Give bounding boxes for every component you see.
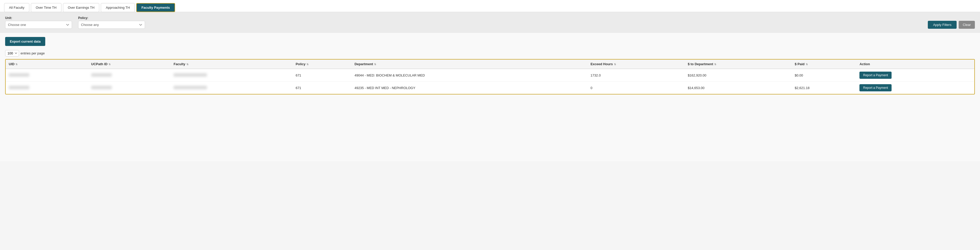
- entries-per-page-select[interactable]: 100 10 25 50: [5, 50, 19, 57]
- table-body: 67149044 - MED: BIOCHEM & MOLECULAR MED1…: [6, 69, 974, 94]
- cell-department: 49044 - MED: BIOCHEM & MOLECULAR MED: [352, 69, 587, 82]
- filter-bar: Unit: Choose one Policy: Choose any Appl…: [0, 12, 980, 33]
- tab-faculty-payments[interactable]: Faculty Payments: [136, 3, 175, 12]
- unit-label: Unit:: [5, 16, 72, 20]
- cell-uid: [6, 69, 88, 82]
- sort-icon-department: ⇅: [374, 63, 376, 66]
- faculty-payments-table: UID⇅UCPath ID⇅Faculty⇅Policy⇅Department⇅…: [6, 60, 974, 94]
- policy-select[interactable]: Choose any: [78, 21, 145, 29]
- col-header-exceed-hours[interactable]: Exceed Hours⇅: [587, 60, 685, 69]
- report-payment-button[interactable]: Report a Payment: [859, 84, 892, 92]
- unit-select[interactable]: Choose one: [5, 21, 72, 29]
- sort-icon-policy: ⇅: [307, 63, 309, 66]
- tab-all-faculty[interactable]: All Faculty: [4, 3, 29, 12]
- cell-uid: [6, 82, 88, 94]
- sort-icon-uid: ⇅: [16, 63, 18, 66]
- table-header: UID⇅UCPath ID⇅Faculty⇅Policy⇅Department⇅…: [6, 60, 974, 69]
- cell-exceed-hours: 0: [587, 82, 685, 94]
- data-table-wrapper: UID⇅UCPath ID⇅Faculty⇅Policy⇅Department⇅…: [5, 59, 975, 95]
- col-header-department[interactable]: Department⇅: [352, 60, 587, 69]
- tab-over-earnings-th[interactable]: Over Earnings TH: [63, 3, 100, 12]
- tab-approaching-th[interactable]: Approaching TH: [101, 3, 135, 12]
- tab-over-time-th[interactable]: Over Time TH: [31, 3, 62, 12]
- cell-to-department: $162,920.00: [685, 69, 792, 82]
- cell-policy: 671: [293, 82, 352, 94]
- sort-icon-to-department: ⇅: [714, 63, 716, 66]
- sort-icon-exceed-hours: ⇅: [614, 63, 616, 66]
- apply-filters-button[interactable]: Apply Filters: [928, 21, 957, 29]
- cell-paid: $0.00: [792, 69, 856, 82]
- table-header-row: UID⇅UCPath ID⇅Faculty⇅Policy⇅Department⇅…: [6, 60, 974, 69]
- col-header-paid[interactable]: $ Paid⇅: [792, 60, 856, 69]
- sort-icon-ucpath-id: ⇅: [108, 63, 111, 66]
- cell-faculty: [170, 82, 293, 94]
- entries-label: entries per page: [21, 51, 45, 55]
- filter-actions: Apply Filters Clear: [928, 21, 975, 29]
- cell-ucpath-id: [88, 82, 171, 94]
- unit-filter-group: Unit: Choose one: [5, 16, 72, 29]
- col-header-to-department[interactable]: $ to Department⇅: [685, 60, 792, 69]
- col-header-uid[interactable]: UID⇅: [6, 60, 88, 69]
- cell-ucpath-id: [88, 69, 171, 82]
- entries-bar: 100 10 25 50 entries per page: [5, 50, 975, 57]
- tabs-bar: All FacultyOver Time THOver Earnings THA…: [0, 0, 980, 12]
- col-header-faculty[interactable]: Faculty⇅: [170, 60, 293, 69]
- sort-icon-paid: ⇅: [806, 63, 808, 66]
- export-button[interactable]: Export current data: [5, 37, 45, 46]
- cell-exceed-hours: 1732.0: [587, 69, 685, 82]
- table-row: 67149235 - MED INT MED - NEPHROLOGY0$14,…: [6, 82, 974, 94]
- cell-to-department: $14,653.00: [685, 82, 792, 94]
- sort-icon-faculty: ⇅: [186, 63, 188, 66]
- cell-paid: $2,621.18: [792, 82, 856, 94]
- policy-filter-group: Policy: Choose any: [78, 16, 145, 29]
- col-header-policy[interactable]: Policy⇅: [293, 60, 352, 69]
- report-payment-button[interactable]: Report a Payment: [859, 71, 892, 79]
- main-content: Export current data 100 10 25 50 entries…: [0, 33, 980, 161]
- col-header-ucpath-id[interactable]: UCPath ID⇅: [88, 60, 171, 69]
- cell-faculty: [170, 69, 293, 82]
- table-row: 67149044 - MED: BIOCHEM & MOLECULAR MED1…: [6, 69, 974, 82]
- cell-policy: 671: [293, 69, 352, 82]
- policy-label: Policy:: [78, 16, 145, 20]
- col-header-action: Action: [856, 60, 974, 69]
- cell-action: Report a Payment: [856, 69, 974, 82]
- cell-department: 49235 - MED INT MED - NEPHROLOGY: [352, 82, 587, 94]
- clear-filters-button[interactable]: Clear: [959, 21, 975, 29]
- cell-action: Report a Payment: [856, 82, 974, 94]
